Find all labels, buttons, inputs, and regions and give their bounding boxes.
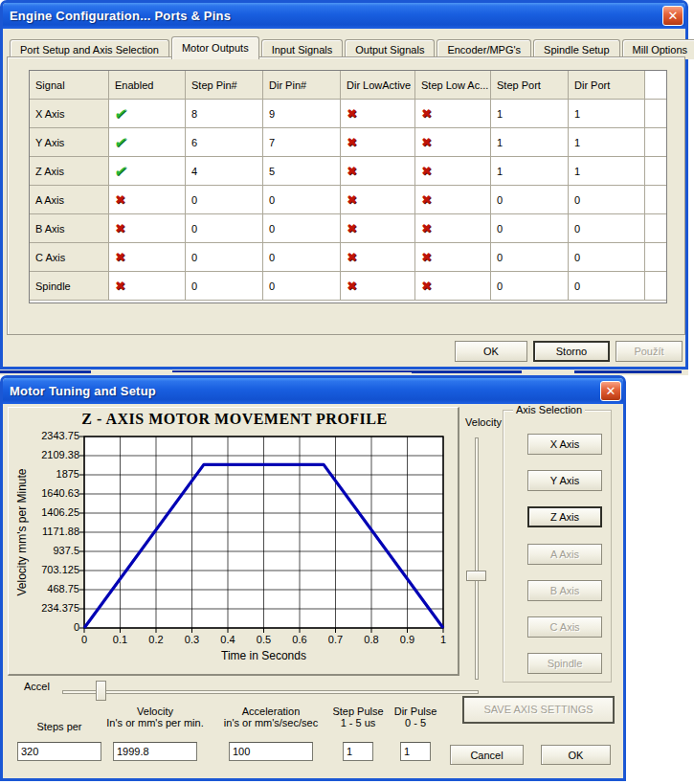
y-tick-label: 2343.75 (11, 430, 79, 441)
cell-enabled[interactable]: ✔ (109, 128, 186, 157)
column-header-step-pin: Step Pin# (186, 71, 263, 100)
y-tick-label: 234.375 (11, 602, 79, 614)
cell-step-port[interactable]: 0 (491, 272, 569, 301)
velocity-slider-track[interactable] (475, 437, 479, 680)
cell-dir-port[interactable]: 0 (569, 272, 645, 301)
cell-dir-port[interactable]: 0 (569, 243, 645, 272)
cell-step-port[interactable]: 1 (491, 100, 569, 128)
cell-step-pin[interactable]: 0 (186, 243, 263, 272)
cross-icon: ✖ (115, 192, 125, 207)
signal-cell: Spindle (30, 272, 109, 301)
cross-icon: ✖ (347, 106, 357, 121)
cell-enabled[interactable]: ✖ (109, 214, 186, 243)
close-icon[interactable]: ✕ (662, 6, 683, 26)
velocity-input[interactable] (113, 742, 197, 761)
dir-pulse-input[interactable] (400, 742, 431, 761)
check-icon: ✔ (113, 105, 129, 123)
steps-per-input[interactable] (17, 742, 101, 761)
cell-step-low-ac[interactable]: ✖ (415, 214, 491, 243)
y-tick-label: 703.125 (11, 564, 79, 575)
axis-button-a-axis: A Axis (527, 544, 602, 565)
velocity-slider-thumb[interactable] (466, 571, 486, 581)
x-tick-label: 0.2 (142, 634, 170, 645)
column-header-filler (645, 71, 666, 100)
cell-dir-pin[interactable]: 0 (263, 272, 341, 301)
cell-step-port[interactable]: 0 (491, 186, 569, 214)
column-header-dir-lowactive: Dir LowActive (341, 71, 415, 100)
axis-button-y-axis[interactable]: Y Axis (527, 470, 602, 491)
cell-filler (645, 157, 666, 186)
cell-step-port[interactable]: 1 (491, 157, 569, 186)
cell-filler (645, 214, 666, 243)
cell-step-low-ac[interactable]: ✖ (415, 157, 491, 186)
cell-dir-port[interactable]: 1 (569, 157, 645, 186)
acceleration-input[interactable] (229, 742, 313, 761)
cross-icon: ✖ (347, 279, 357, 293)
cancel-button[interactable]: Cancel (450, 745, 524, 765)
cell-step-low-ac[interactable]: ✖ (415, 243, 491, 272)
cell-step-low-ac[interactable]: ✖ (415, 186, 491, 214)
y-tick-label: 468.75 (11, 583, 79, 594)
ok-button[interactable]: OK (541, 745, 611, 765)
cell-enabled[interactable]: ✔ (109, 157, 186, 186)
cell-dir-lowactive[interactable]: ✖ (341, 243, 415, 272)
cell-dir-pin[interactable]: 0 (263, 243, 341, 272)
cell-dir-pin[interactable]: 9 (263, 100, 341, 128)
cell-step-pin[interactable]: 0 (186, 272, 263, 301)
cell-dir-port[interactable]: 1 (569, 100, 645, 128)
cell-step-low-ac[interactable]: ✖ (415, 272, 491, 301)
cell-enabled[interactable]: ✖ (109, 272, 186, 301)
cell-dir-lowactive[interactable]: ✖ (341, 186, 415, 214)
storno-button[interactable]: Storno (533, 341, 610, 362)
cell-dir-lowactive[interactable]: ✖ (341, 128, 415, 157)
cell-dir-lowactive[interactable]: ✖ (341, 214, 415, 243)
ports-pins-titlebar[interactable]: Engine Configuration... Ports & Pins (3, 3, 685, 29)
cell-filler (645, 243, 666, 272)
cell-dir-port[interactable]: 0 (569, 214, 645, 243)
cell-step-pin[interactable]: 8 (186, 100, 263, 128)
cell-dir-pin[interactable]: 0 (263, 214, 341, 243)
cell-dir-pin[interactable]: 0 (263, 186, 341, 214)
cell-step-low-ac[interactable]: ✖ (415, 100, 491, 128)
cross-icon: ✖ (347, 221, 357, 235)
cell-step-port[interactable]: 0 (491, 243, 569, 272)
cell-dir-lowactive[interactable]: ✖ (341, 100, 415, 128)
cross-icon: ✖ (347, 164, 357, 178)
cell-step-pin[interactable]: 0 (186, 186, 263, 214)
cell-enabled[interactable]: ✖ (109, 243, 186, 272)
cross-icon: ✖ (421, 164, 432, 178)
table-row-c-axis: C Axis✖00✖✖00 (30, 243, 666, 272)
cell-step-port[interactable]: 1 (491, 128, 569, 157)
column-header-dir-pin: Dir Pin# (263, 71, 341, 100)
cell-step-pin[interactable]: 0 (186, 214, 263, 243)
accel-slider-track[interactable] (62, 690, 479, 694)
axis-button-x-axis[interactable]: X Axis (527, 434, 602, 455)
cell-dir-lowactive[interactable]: ✖ (341, 272, 415, 301)
cell-step-port[interactable]: 0 (491, 214, 569, 243)
cell-enabled[interactable]: ✖ (109, 186, 186, 214)
cell-dir-port[interactable]: 0 (569, 186, 645, 214)
steps-per-label: Steps per (11, 721, 107, 732)
cell-step-low-ac[interactable]: ✖ (415, 128, 491, 157)
x-tick-label: 0.3 (178, 634, 207, 645)
motor-tuning-titlebar[interactable]: Motor Tuning and Setup (3, 378, 623, 404)
cross-icon: ✖ (421, 192, 432, 207)
cell-enabled[interactable]: ✔ (109, 100, 186, 128)
cell-step-pin[interactable]: 4 (186, 157, 263, 186)
cell-step-pin[interactable]: 6 (186, 128, 263, 157)
accel-slider-thumb[interactable] (96, 681, 106, 701)
y-tick-label: 2109.38 (11, 449, 79, 460)
tab-motor-outputs[interactable]: Motor Outputs (171, 36, 259, 59)
signal-cell: C Axis (30, 243, 109, 272)
window-fragment (574, 370, 682, 373)
axis-button-z-axis[interactable]: Z Axis (527, 506, 602, 527)
cell-dir-port[interactable]: 1 (569, 128, 645, 157)
close-icon[interactable]: ✕ (600, 381, 621, 401)
cell-dir-lowactive[interactable]: ✖ (341, 157, 415, 186)
x-tick-label: 0 (70, 634, 99, 645)
cell-dir-pin[interactable]: 7 (263, 128, 341, 157)
cell-dir-pin[interactable]: 5 (263, 157, 341, 186)
step-pulse-input[interactable] (343, 742, 373, 761)
y-tick-label: 937.5 (11, 545, 79, 556)
ok-button[interactable]: OK (455, 341, 527, 362)
